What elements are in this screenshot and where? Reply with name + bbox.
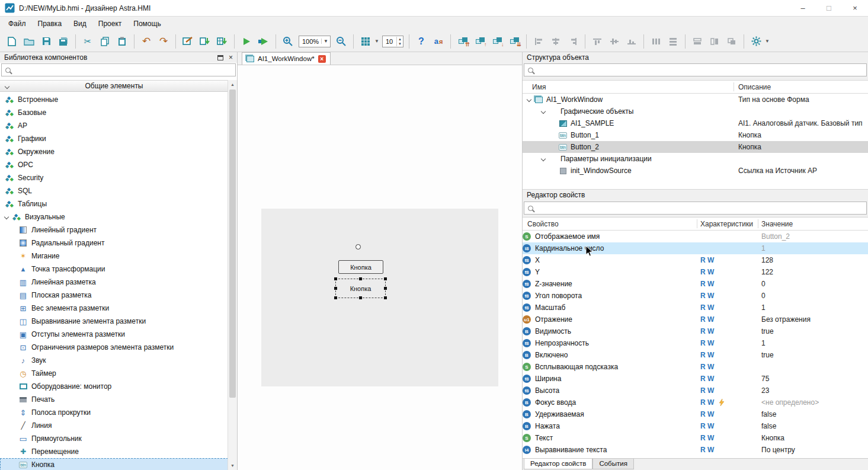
column-name[interactable]: Имя [532, 83, 546, 91]
expander-icon[interactable] [541, 109, 546, 114]
column-divider[interactable] [758, 219, 758, 228]
resize-handle-se[interactable] [384, 296, 387, 299]
canvas-button-2[interactable]: Кнопка [336, 279, 385, 298]
library-item[interactable]: ╱Линия [0, 419, 228, 432]
resize-handle-nw[interactable] [334, 277, 337, 280]
tools-button[interactable]: ▼ [748, 33, 770, 50]
library-item[interactable]: ◆◆◆Встроенные [0, 93, 228, 106]
property-row[interactable]: i8Кардинальное число1 [523, 242, 868, 254]
design-canvas[interactable]: Кнопка Кнопка [238, 65, 522, 470]
library-item[interactable]: ◆◆◆OPC [0, 158, 228, 171]
save-all-button[interactable] [55, 33, 72, 50]
property-value[interactable]: 0 [761, 280, 765, 288]
resize-handle-e[interactable] [384, 287, 387, 290]
tab-workwindow[interactable]: AI1_WorkWindow* × [242, 52, 331, 65]
library-item[interactable]: ▥Линейная разметка [0, 276, 228, 289]
structure-row[interactable]: AI1_WorkWindowТип на основе Форма [523, 94, 868, 105]
close-panel-icon[interactable]: × [229, 54, 233, 61]
library-item[interactable]: ▤Плоская разметка [0, 289, 228, 302]
work-window-surface[interactable]: Кнопка Кнопка [261, 209, 498, 386]
property-row[interactable]: SВсплывающая подсказкаR W [523, 361, 868, 373]
structure-search-input[interactable] [537, 66, 863, 74]
property-value[interactable]: По центру [761, 446, 795, 454]
property-row[interactable]: f8МасштабR W1 [523, 302, 868, 314]
property-row[interactable]: f8YR W122 [523, 266, 868, 278]
grid-button[interactable]: ▼ [357, 33, 380, 50]
library-item[interactable]: ◫Выравнивание элемента разметки [0, 315, 228, 328]
property-value[interactable]: 1 [761, 244, 765, 252]
structure-row[interactable]: btnButton_1Кнопка [523, 129, 868, 141]
property-row[interactable]: f8Угол поворотаR W0 [523, 290, 868, 302]
column-divider[interactable] [697, 219, 697, 228]
property-row[interactable]: SТекстR WКнопка [523, 432, 868, 444]
save-button[interactable] [38, 33, 55, 50]
scroll-down-icon[interactable]: ▼ [228, 461, 237, 470]
open-button[interactable] [21, 33, 37, 50]
new-file-button[interactable] [4, 33, 20, 50]
property-value[interactable]: false [761, 410, 776, 418]
column-description[interactable]: Описание [738, 83, 771, 91]
structure-row[interactable]: Параметры инициализации [523, 153, 868, 165]
minimize-button[interactable]: – [790, 0, 816, 16]
property-value[interactable]: 23 [761, 386, 769, 395]
import-library-button[interactable] [197, 33, 213, 50]
library-item[interactable]: ◆◆◆АР [0, 119, 228, 132]
property-row[interactable]: f8ШиринаR W75 [523, 373, 868, 385]
menu-edit[interactable]: Правка [32, 18, 68, 30]
close-button[interactable]: × [842, 0, 868, 16]
property-value[interactable]: 128 [761, 256, 773, 264]
library-item[interactable]: ✚Перемещение [0, 445, 228, 458]
inspector-tab-1[interactable]: События [592, 459, 633, 469]
redo-button[interactable]: ↷ [155, 33, 172, 50]
library-item[interactable]: Линейный градиент [0, 223, 228, 236]
undo-button[interactable]: ↶ [138, 33, 155, 50]
resize-handle-s[interactable] [359, 296, 362, 299]
property-value[interactable]: 1 [761, 303, 765, 312]
library-item[interactable]: ◆◆◆SQL [0, 184, 228, 197]
canvas-button-1[interactable]: Кнопка [338, 260, 383, 274]
copy-button[interactable] [97, 33, 113, 50]
library-item[interactable]: ◷Таймер [0, 367, 228, 380]
property-row[interactable]: f8НепрозрачностьR W1 [523, 337, 868, 349]
edit-widget-button[interactable] [180, 33, 196, 50]
zoom-out-button[interactable] [333, 33, 350, 50]
property-value[interactable]: Без отражения [761, 315, 811, 324]
property-value[interactable]: 0 [761, 292, 765, 300]
property-value[interactable]: true [761, 351, 774, 359]
property-value[interactable]: true [761, 327, 774, 335]
send-to-back-button[interactable]: ⇊ [506, 33, 523, 50]
menu-project[interactable]: Проект [92, 18, 128, 30]
property-row[interactable]: f8Z-значениеR W0 [523, 278, 868, 290]
property-value[interactable]: 122 [761, 268, 773, 276]
run-project-button[interactable] [255, 33, 272, 50]
structure-row[interactable]: init_WindowSourceСсылка на Источник АР [523, 165, 868, 177]
maximize-button[interactable]: □ [816, 0, 842, 16]
undock-icon[interactable] [217, 55, 223, 60]
property-row[interactable]: BВидимостьR Wtrue [523, 325, 868, 337]
resize-handle-n[interactable] [359, 277, 362, 280]
bring-forward-button[interactable]: ↑ [472, 33, 488, 50]
library-item[interactable]: btnКнопка [0, 458, 228, 470]
library-item[interactable]: ▭Прямоугольник [0, 432, 228, 445]
property-value[interactable]: <не определено> [761, 398, 819, 407]
structure-row[interactable]: btnButton_2Кнопка [523, 141, 868, 153]
language-button[interactable]: aя [430, 33, 447, 50]
zoom-select[interactable]: 100% ▼ [299, 36, 331, 47]
property-value[interactable]: 1 [761, 339, 765, 347]
structure-row[interactable]: AI1_SAMPLEAI1. Аналоговый датчик. Базовы… [523, 117, 868, 129]
library-item[interactable]: ◆◆◆Графики [0, 132, 228, 145]
property-row[interactable]: BУдерживаемаяR Wfalse [523, 408, 868, 420]
library-search-input[interactable] [15, 66, 232, 74]
structure-row[interactable]: Графические объекты [523, 105, 868, 117]
library-item[interactable]: ⇕Полоса прокрутки [0, 406, 228, 419]
transform-point-marker[interactable] [355, 244, 361, 250]
menu-file[interactable]: Файл [2, 18, 32, 30]
resize-handle-w[interactable] [334, 287, 337, 290]
property-value[interactable]: 75 [761, 375, 769, 383]
resize-handle-sw[interactable] [334, 296, 337, 299]
grid-size-spinner[interactable]: 10 ▲▼ [382, 36, 403, 47]
scrollbar-thumb[interactable] [229, 89, 236, 398]
menu-view[interactable]: Вид [68, 18, 92, 30]
library-item[interactable]: ⊞Вес элемента разметки [0, 302, 228, 315]
property-row[interactable]: BФокус вводаR W<не определено> [523, 397, 868, 408]
